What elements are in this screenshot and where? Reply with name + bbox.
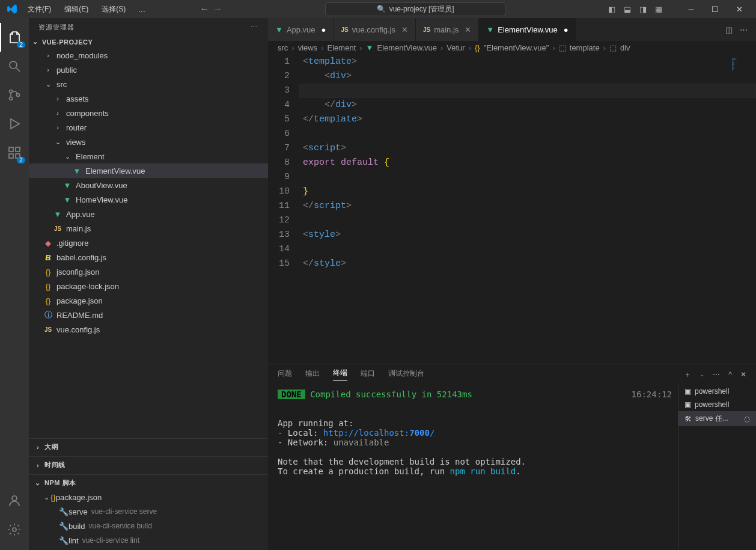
tab-more-icon[interactable]: ⋯	[740, 25, 748, 34]
panel-tab[interactable]: 输出	[305, 368, 320, 381]
activity-run-debug[interactable]	[0, 109, 29, 138]
panel-maximize-icon[interactable]: ^	[728, 370, 732, 379]
panel-tab[interactable]: 问题	[278, 368, 292, 381]
npm-section[interactable]: ⌄NPM 脚本	[31, 477, 266, 490]
tree-file[interactable]: ▼ElementView.vue	[29, 163, 268, 178]
breadcrumb-item[interactable]: ElementView.vue	[377, 43, 437, 52]
panel-tab[interactable]: 调试控制台	[388, 368, 424, 381]
tree-file[interactable]: JSmain.js	[29, 221, 268, 236]
folder-icon: ›	[43, 66, 53, 73]
activity-account[interactable]	[0, 486, 29, 515]
tree-file[interactable]: ⓘREADME.md	[29, 308, 268, 322]
tree-label: AboutView.vue	[76, 181, 127, 190]
tree-file[interactable]: {}package.json	[29, 293, 268, 308]
breadcrumb-item[interactable]: Vetur	[447, 43, 465, 52]
npm-script-row[interactable]: 🔧buildvue-cli-service build	[31, 519, 266, 533]
svg-point-3	[17, 94, 20, 97]
breadcrumb-item[interactable]: Element	[328, 43, 356, 52]
activity-search[interactable]	[0, 52, 29, 81]
window-maximize-button[interactable]: ☐	[703, 0, 727, 18]
titlebar: 文件(F)编辑(E)选择(S) … ← → 🔍 vue-projecy [管理员…	[0, 0, 756, 18]
tree-label: babel.config.js	[56, 253, 106, 262]
editor-tab[interactable]: JSvue.config.js✕	[334, 18, 416, 41]
tree-folder[interactable]: ›router	[29, 120, 268, 135]
terminal-shell-item[interactable]: ▣powershell	[678, 398, 756, 411]
breadcrumb-item[interactable]: views	[298, 43, 318, 52]
terminal-output[interactable]: 16:24:12 DONE Compiled successfully in 5…	[268, 385, 678, 550]
vue-icon: ▼	[486, 25, 494, 34]
tree-folder[interactable]: ⌄Element	[29, 149, 268, 163]
tree-file[interactable]: JSvue.config.js	[29, 322, 268, 337]
window-close-button[interactable]: ✕	[727, 0, 751, 18]
breadcrumb[interactable]: src›views›Element›▼ElementView.vue›Vetur…	[268, 41, 756, 55]
nav-back-icon[interactable]: ←	[200, 4, 209, 14]
breadcrumb-item[interactable]: div	[620, 43, 630, 52]
powershell-icon: ▣	[684, 387, 691, 396]
tree-file[interactable]: {}jsconfig.json	[29, 264, 268, 279]
tree-file[interactable]: Bbabel.config.js	[29, 250, 268, 264]
split-editor-icon[interactable]: ◫	[725, 25, 733, 34]
outline-section[interactable]: ›大纲	[31, 441, 266, 454]
editor-tab[interactable]: JSmain.js✕	[416, 18, 479, 41]
terminal-shell-item[interactable]: 🛠serve 任...◌	[678, 411, 756, 426]
close-icon[interactable]: ✕	[465, 25, 471, 34]
folder-icon: ⌄	[62, 153, 72, 160]
tree-folder[interactable]: ›assets	[29, 91, 268, 106]
tree-file[interactable]: ▼HomeView.vue	[29, 192, 268, 207]
code-editor[interactable]: 123456789101112131415 <template> <div> <…	[268, 55, 756, 364]
panel-close-icon[interactable]: ✕	[740, 370, 746, 379]
wrench-icon: 🔧	[59, 522, 69, 531]
tree-folder[interactable]: ›node_modules	[29, 48, 268, 63]
menu-more[interactable]: …	[132, 4, 151, 15]
tree-file[interactable]: ◆.gitignore	[29, 236, 268, 250]
minimap[interactable]: █████████████	[732, 58, 754, 94]
tree-folder[interactable]: ›components	[29, 106, 268, 120]
tree-label: jsconfig.json	[56, 267, 100, 277]
chevron-down-icon[interactable]: ⌄	[700, 371, 704, 377]
activity-settings[interactable]	[0, 515, 29, 544]
tree-label: src	[56, 80, 67, 89]
npm-script-row[interactable]: 🔧servevue-cli-service serve	[31, 504, 266, 519]
npm-root-row[interactable]: ⌄ {} package.json	[31, 490, 266, 504]
layout-left-icon[interactable]: ◧	[608, 5, 615, 14]
tree-file[interactable]: {}package-lock.json	[29, 279, 268, 293]
folder-icon: ›	[53, 124, 62, 131]
command-center-search[interactable]: 🔍 vue-projecy [管理员]	[325, 2, 505, 16]
menu-item[interactable]: 文件(F)	[22, 3, 57, 16]
npm-script-row[interactable]: 🔧lintvue-cli-service lint	[31, 533, 266, 548]
tree-label: public	[56, 66, 77, 75]
svg-point-2	[10, 97, 13, 100]
activity-extensions[interactable]: 2	[0, 138, 29, 167]
breadcrumb-item[interactable]: "ElementView.vue"	[484, 43, 549, 52]
sidebar-more-icon[interactable]: ⋯	[251, 23, 258, 31]
project-root[interactable]: ⌄ VUE-PROJECY	[29, 37, 268, 48]
tree-folder[interactable]: ⌄views	[29, 135, 268, 149]
new-terminal-icon[interactable]: ＋	[684, 370, 691, 380]
tree-file[interactable]: ▼AboutView.vue	[29, 178, 268, 192]
layout-bottom-icon[interactable]: ⬓	[624, 5, 631, 14]
tree-file[interactable]: ▼App.vue	[29, 207, 268, 221]
timeline-section[interactable]: ›时间线	[31, 459, 266, 472]
breadcrumb-item[interactable]: src	[278, 43, 288, 52]
tree-folder[interactable]: ⌄src	[29, 77, 268, 91]
editor-tab[interactable]: ▼App.vue●	[268, 18, 334, 41]
window-minimize-button[interactable]: ─	[679, 0, 703, 18]
editor-tab[interactable]: ▼ElementView.vue●	[479, 18, 576, 41]
activity-explorer[interactable]: 2	[0, 23, 29, 52]
terminal-shell-item[interactable]: ▣powershell	[678, 385, 756, 398]
panel-tab[interactable]: 端口	[361, 368, 375, 381]
nav-forward-icon[interactable]: →	[213, 4, 222, 14]
menu-item[interactable]: 选择(S)	[96, 3, 132, 16]
js-icon: JS	[43, 326, 53, 333]
editor-area: ▼App.vue●JSvue.config.js✕JSmain.js✕▼Elem…	[268, 18, 756, 550]
panel-tab[interactable]: 终端	[333, 368, 347, 381]
activity-scm[interactable]	[0, 81, 29, 109]
close-icon[interactable]: ✕	[401, 25, 408, 34]
breadcrumb-item[interactable]: template	[570, 43, 600, 52]
tree-folder[interactable]: ›public	[29, 63, 268, 77]
panel-more-icon[interactable]: ⋯	[713, 370, 720, 379]
layout-customize-icon[interactable]: ▦	[655, 5, 662, 14]
menu-item[interactable]: 编辑(E)	[58, 3, 94, 16]
layout-right-icon[interactable]: ◨	[639, 5, 647, 14]
tag-icon: ⬚	[609, 43, 617, 52]
